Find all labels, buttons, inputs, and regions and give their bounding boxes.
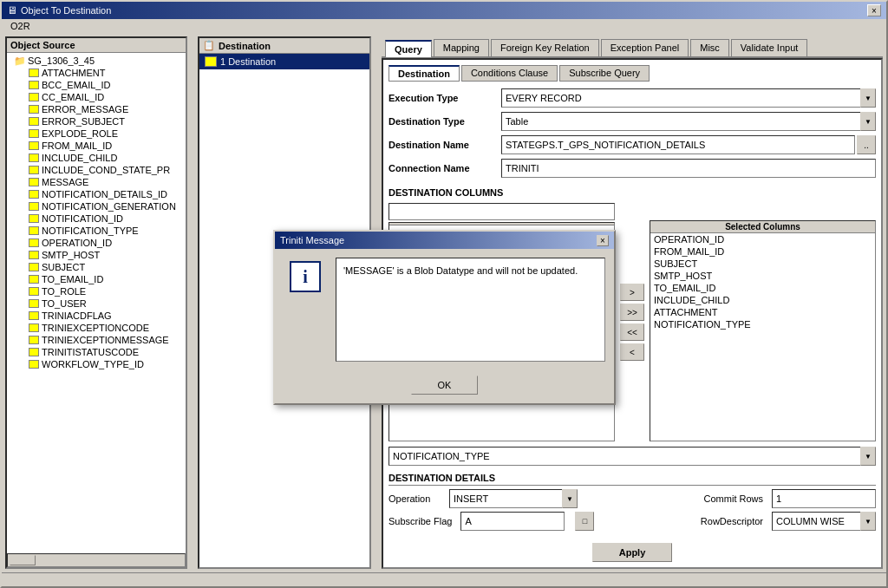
modal-title: Triniti Message <box>280 235 344 245</box>
modal-window: Triniti Message × i 'MESSAGE' is a Blob … <box>273 230 616 405</box>
modal-message-area: 'MESSAGE' is a Blob Datatype and will no… <box>336 258 605 362</box>
modal-content: i 'MESSAGE' is a Blob Datatype and will … <box>275 249 614 370</box>
modal-footer: OK <box>275 370 614 403</box>
modal-close-button[interactable]: × <box>597 235 609 246</box>
modal-message: 'MESSAGE' is a Blob Datatype and will no… <box>343 265 578 276</box>
modal-titlebar: Triniti Message × <box>275 232 614 249</box>
modal-overlay: Triniti Message × i 'MESSAGE' is a Blob … <box>0 0 888 588</box>
ok-button[interactable]: OK <box>411 376 479 395</box>
info-icon: i <box>290 261 321 292</box>
modal-icon-area: i <box>284 258 327 362</box>
